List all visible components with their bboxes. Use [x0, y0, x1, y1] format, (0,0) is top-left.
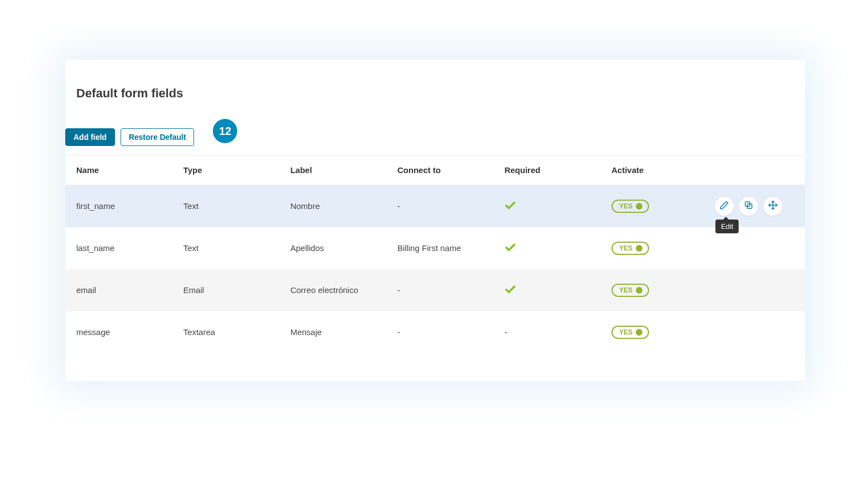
toolbar: Add field Restore Default 12	[65, 101, 805, 155]
col-header-required: Required	[493, 155, 600, 185]
check-icon	[504, 203, 516, 213]
cell-actions: Edit	[696, 185, 805, 227]
cell-name: message	[65, 311, 172, 353]
edit-button[interactable]	[714, 196, 734, 216]
step-badge: 12	[213, 119, 237, 143]
add-field-button[interactable]: Add field	[65, 128, 115, 146]
table-row[interactable]: last_nameTextApellidosBilling First name…	[65, 227, 805, 269]
edit-button-icon	[719, 200, 729, 212]
activate-toggle[interactable]: YES	[611, 242, 649, 255]
cell-activate: YES	[600, 311, 696, 353]
cell-required	[493, 269, 600, 311]
cell-actions	[696, 227, 805, 269]
form-fields-panel: Default form fields Add field Restore De…	[65, 60, 805, 381]
cell-connect: -	[386, 311, 494, 353]
cell-required	[493, 185, 600, 227]
table-row[interactable]: first_nameTextNombre-YESEdit	[65, 185, 805, 227]
col-header-activate: Activate	[600, 155, 696, 185]
move-button[interactable]	[763, 196, 783, 216]
panel-title: Default form fields	[65, 60, 805, 101]
cell-activate: YES	[600, 185, 696, 227]
cell-name: last_name	[65, 227, 172, 269]
col-header-label: Label	[279, 155, 386, 185]
duplicate-button-icon	[744, 200, 754, 212]
activate-toggle-label: YES	[619, 286, 632, 294]
cell-label: Mensaje	[279, 311, 386, 353]
cell-required	[493, 227, 600, 269]
cell-activate: YES	[600, 269, 696, 311]
toggle-dot-icon	[636, 287, 642, 294]
cell-connect: Billing First name	[386, 227, 494, 269]
cell-type: Textarea	[172, 311, 280, 353]
row-actions: Edit	[714, 196, 783, 216]
activate-toggle-label: YES	[619, 328, 632, 336]
toggle-dot-icon	[636, 245, 642, 252]
col-header-type: Type	[172, 155, 280, 185]
toggle-dot-icon	[636, 203, 642, 210]
activate-toggle-label: YES	[619, 244, 632, 252]
cell-label: Correo electrónico	[279, 269, 386, 311]
col-header-actions	[696, 155, 805, 185]
cell-label: Apellidos	[279, 227, 386, 269]
table-row[interactable]: emailEmailCorreo electrónico-YES	[65, 269, 805, 311]
cell-type: Text	[172, 227, 280, 269]
activate-toggle-label: YES	[619, 202, 632, 210]
edit-tooltip: Edit	[715, 220, 739, 233]
activate-toggle[interactable]: YES	[611, 326, 649, 339]
check-icon	[504, 245, 516, 255]
activate-toggle[interactable]: YES	[611, 284, 649, 297]
col-header-name: Name	[65, 155, 172, 185]
cell-required: -	[493, 311, 600, 353]
check-icon	[504, 288, 516, 297]
cell-type: Email	[172, 269, 280, 311]
cell-connect: -	[386, 185, 494, 227]
table-row[interactable]: messageTextareaMensaje--YES	[65, 311, 805, 353]
duplicate-button[interactable]	[739, 196, 759, 216]
activate-toggle[interactable]: YES	[611, 200, 649, 213]
cell-actions	[696, 269, 805, 311]
cell-activate: YES	[600, 227, 696, 269]
fields-table: Name Type Label Connect to Required Acti…	[65, 155, 805, 353]
cell-name: first_name	[65, 185, 172, 227]
cell-type: Text	[172, 185, 280, 227]
cell-actions	[696, 311, 805, 353]
restore-default-button[interactable]: Restore Default	[121, 128, 194, 146]
cell-connect: -	[386, 269, 494, 311]
toggle-dot-icon	[636, 329, 642, 336]
cell-label: Nombre	[279, 185, 386, 227]
move-button-icon	[768, 200, 778, 212]
col-header-connect: Connect to	[386, 155, 494, 185]
cell-name: email	[65, 269, 172, 311]
